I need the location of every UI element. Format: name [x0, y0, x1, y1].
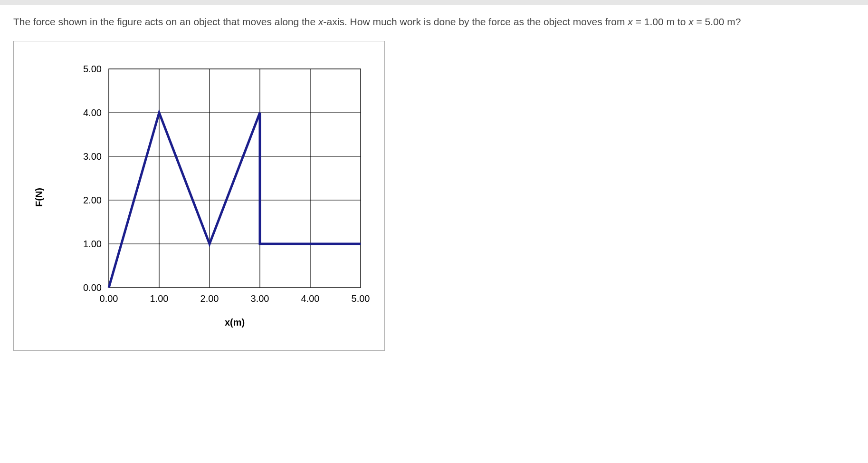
y-tick-label: 1.00	[83, 239, 102, 249]
x-tick-label: 2.00	[200, 293, 219, 304]
x-axis-label: x(m)	[225, 317, 245, 328]
question-eq2-left: x	[688, 16, 694, 27]
page-content: The force shown in the figure acts on an…	[0, 5, 868, 362]
y-tick-label: 3.00	[83, 151, 102, 162]
y-tick-label: 2.00	[83, 195, 102, 205]
x-tick-label: 4.00	[301, 293, 320, 304]
figure-container: F(N) 0.001.002.003.004.005.00 0.001.002.…	[13, 41, 385, 351]
question-eq1-right: = 1.00 m to	[633, 16, 688, 27]
x-tick-label: 1.00	[150, 293, 169, 304]
question-part1: The force shown in the figure acts on an…	[13, 16, 318, 27]
question-eq1-left: x	[628, 16, 633, 27]
y-tick-label: 4.00	[83, 107, 102, 118]
question-xvar-1: x	[318, 16, 324, 27]
page-top-bar	[0, 0, 868, 5]
y-axis-label: F(N)	[34, 188, 44, 207]
force-vs-position-chart: F(N) 0.001.002.003.004.005.00 0.001.002.…	[28, 55, 370, 340]
question-part2: -axis. How much work is done by the forc…	[324, 16, 628, 27]
y-tick-label: 5.00	[83, 64, 102, 74]
question-text: The force shown in the figure acts on an…	[13, 14, 855, 29]
x-tick-label: 3.00	[251, 293, 269, 304]
x-tick-labels: 0.001.002.003.004.005.00	[100, 293, 370, 304]
y-tick-labels: 0.001.002.003.004.005.00	[83, 64, 102, 293]
x-tick-label: 0.00	[100, 293, 118, 304]
x-tick-label: 5.00	[352, 293, 370, 304]
y-tick-label: 0.00	[83, 282, 102, 293]
question-eq2-right: = 5.00 m?	[694, 16, 741, 27]
